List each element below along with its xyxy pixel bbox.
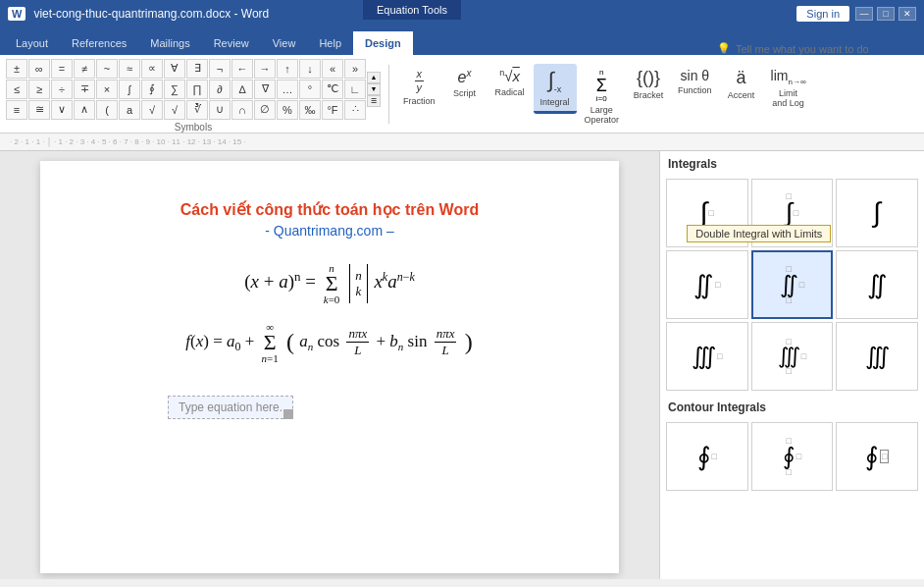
sym-degree[interactable]: ° [299,80,321,99]
sym-partial[interactable]: ∂ [209,80,231,99]
equation-input-box[interactable]: Type equation here. [168,396,293,419]
sym-cup[interactable]: ∪ [209,100,231,120]
eq-tool-fraction[interactable]: x y Fraction [397,64,441,110]
eq-tool-integral[interactable]: ∫-x Integral [534,64,577,114]
sym-pm2[interactable]: ∓ [74,80,95,99]
symbol-section: ± ∞ = ≠ ~ ≈ ∝ ∀ ∃ ¬ ← → ↑ ↓ « » ≤ ≥ ÷ ∓ [6,59,381,130]
title-bar-right: Sign in — □ ✕ [796,6,916,22]
close-button[interactable]: ✕ [898,7,916,21]
sym-sum[interactable]: ∑ [164,80,185,99]
contour-sym-1: ∮ [697,442,711,472]
sym-darr[interactable]: ↓ [299,59,321,79]
sym-forall[interactable]: ∀ [164,59,185,79]
sym-inf[interactable]: ∞ [28,59,50,79]
window-controls: — □ ✕ [855,7,916,21]
sym-fahren[interactable]: °F [322,100,343,120]
sym-ellipsis[interactable]: … [277,80,298,99]
search-input[interactable] [736,43,912,55]
integral-cell-6[interactable]: ∬ [836,250,918,319]
minimize-button[interactable]: — [855,7,873,21]
eq-tool-large-operator[interactable]: n Σ i=0 LargeOperator [579,64,626,129]
contour-cell-1[interactable]: ∮ □ [666,422,748,491]
integrals-grid: ∫ □ □ ∫ □ □ ∫ ∬ □ Double Integral with L… [660,175,924,395]
eq-tool-bracket[interactable]: {()} Bracket [627,64,670,105]
sym-exists[interactable]: ∃ [186,59,208,79]
eq-input-resize-handle[interactable] [283,409,293,419]
sym-tilde[interactable]: ~ [96,59,118,79]
sym-neq[interactable]: ≠ [74,59,95,79]
ribbon-divider-1 [388,65,389,124]
integral-cell-5[interactable]: Double Integral with Limits □ ∬ □ □ [751,250,834,319]
tab-mailings[interactable]: Mailings [138,31,201,55]
sym-prod[interactable]: ∏ [186,80,208,99]
sym-cbrt[interactable]: ∛ [186,100,208,120]
sym-oint[interactable]: ∮ [141,80,163,99]
integral-cell-1[interactable]: ∫ □ [666,179,748,247]
contour-sym-2: □ ∮ □ [783,436,796,477]
sym-pm[interactable]: ± [6,59,27,79]
eq-tool-limit[interactable]: limn→∞ Limitand Log [765,64,812,112]
sym-cap[interactable]: ∩ [231,100,253,120]
sym-wedge[interactable]: ∧ [74,100,95,120]
sym-larr[interactable]: ← [231,59,253,79]
bracket-label: Bracket [634,90,664,100]
tab-view[interactable]: View [261,31,308,55]
sym-div[interactable]: ÷ [51,80,73,99]
sym-ll[interactable]: « [322,59,343,79]
sym-permil[interactable]: ‰ [299,100,321,120]
eq-tool-script[interactable]: ex Script [443,64,487,103]
sym-int[interactable]: ∫ [119,80,140,99]
sym-delta[interactable]: ∆ [231,80,253,99]
tab-review[interactable]: Review [202,31,261,55]
sym-lparen[interactable]: ( [96,100,118,120]
sym-empty[interactable]: ∅ [254,100,276,120]
sym-uarr[interactable]: ↑ [277,59,298,79]
sym-geq[interactable]: ≥ [28,80,50,99]
sym-celsius[interactable]: ℃ [322,80,343,99]
app-icon: W [8,7,26,21]
sym-times[interactable]: × [96,80,118,99]
integral-cell-7[interactable]: ∭ □ [666,322,748,391]
integral-cell-8[interactable]: □ ∭ □ □ [751,322,834,391]
tab-layout[interactable]: Layout [4,31,60,55]
sym-a[interactable]: a [119,100,140,120]
sym-leq[interactable]: ≤ [6,80,27,99]
sym-angle[interactable]: ∟ [344,80,366,99]
scroll-expand[interactable]: ☰ [367,95,381,107]
tab-references[interactable]: References [60,31,138,55]
sym-sqrt[interactable]: √ [141,100,163,120]
radical-icon: n√x [499,68,520,85]
sym-vee[interactable]: ∨ [51,100,73,120]
eq-tool-function[interactable]: sin θ Function [672,64,718,100]
sym-sqrt2[interactable]: √ [164,100,185,120]
radical-label: Radical [495,87,525,97]
sym-approx[interactable]: ≈ [119,59,140,79]
sym-gg[interactable]: » [344,59,366,79]
sym-therefore[interactable]: ∴ [344,100,366,120]
sym-rarr[interactable]: → [254,59,276,79]
equation-tools-label: Equation Tools [363,0,461,20]
contour-sym-3: ∮ [865,442,879,472]
tab-help[interactable]: Help [307,31,353,55]
sym-not[interactable]: ¬ [209,59,231,79]
integral-cell-4[interactable]: ∬ □ [666,250,748,319]
sign-in-button[interactable]: Sign in [796,6,849,22]
sym-cong[interactable]: ≅ [28,100,50,120]
scroll-down[interactable]: ▼ [367,83,381,95]
integral-cell-9[interactable]: ∭ [836,322,918,391]
contour-cell-3[interactable]: ∮ □ [836,422,918,491]
doc-area: Cách viết công thức toán học trên Word -… [0,151,659,579]
sym-eq[interactable]: = [51,59,73,79]
integral-cell-3[interactable]: ∫ [836,179,918,247]
tab-design[interactable]: Design [353,31,413,55]
contour-cell-2[interactable]: □ ∮ □ □ [751,422,834,491]
sym-propto[interactable]: ∝ [141,59,163,79]
sym-nabla[interactable]: ∇ [254,80,276,99]
eq-tool-radical[interactable]: n√x Radical [488,64,532,101]
sym-pct[interactable]: % [277,100,298,120]
maximize-button[interactable]: □ [877,7,895,21]
scroll-up[interactable]: ▲ [367,72,381,83]
eq-tool-accent[interactable]: ä Accent [720,64,763,105]
sym-equiv[interactable]: ≡ [6,100,27,120]
integral-cell-2[interactable]: □ ∫ □ □ [751,179,834,247]
